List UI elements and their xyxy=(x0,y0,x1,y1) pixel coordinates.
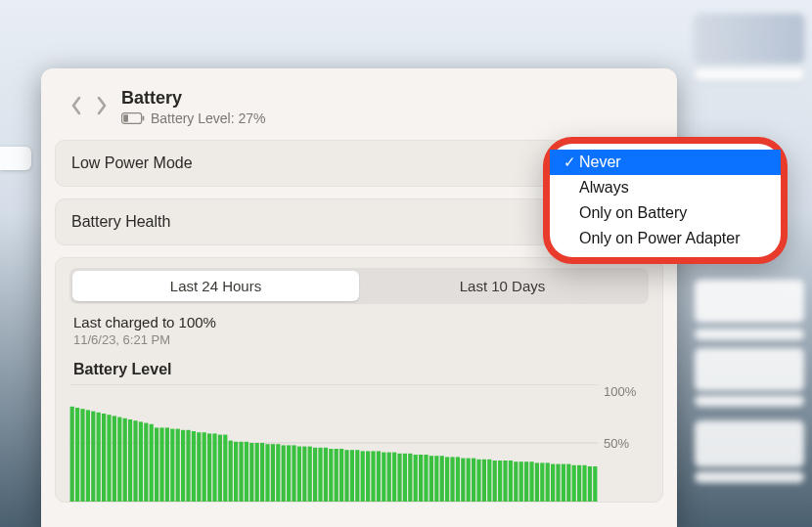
dropdown-option-never[interactable]: ✓ Never xyxy=(550,150,781,175)
svg-rect-40 xyxy=(249,443,253,502)
svg-rect-77 xyxy=(445,457,449,502)
svg-rect-95 xyxy=(540,462,544,502)
svg-rect-69 xyxy=(403,454,407,502)
svg-rect-47 xyxy=(287,445,291,502)
ytick-50: 50% xyxy=(604,436,649,450)
svg-rect-68 xyxy=(397,454,401,502)
svg-rect-37 xyxy=(234,442,238,502)
nav-forward-button[interactable] xyxy=(96,96,108,119)
svg-rect-71 xyxy=(414,455,418,502)
svg-rect-57 xyxy=(339,449,343,502)
nav-back-button[interactable] xyxy=(70,96,82,119)
svg-rect-63 xyxy=(371,451,375,502)
svg-rect-27 xyxy=(181,430,185,502)
blurred-widget xyxy=(695,395,804,407)
svg-rect-79 xyxy=(456,457,460,502)
svg-rect-58 xyxy=(344,450,348,502)
svg-rect-45 xyxy=(276,444,280,502)
svg-rect-35 xyxy=(223,435,227,502)
svg-rect-10 xyxy=(91,412,95,502)
svg-rect-61 xyxy=(361,451,365,502)
blurred-widget xyxy=(695,329,804,340)
svg-rect-82 xyxy=(472,459,475,502)
battery-icon xyxy=(121,112,145,124)
svg-rect-62 xyxy=(366,451,370,502)
svg-rect-13 xyxy=(107,415,111,502)
svg-rect-12 xyxy=(102,414,106,502)
svg-rect-51 xyxy=(308,447,312,502)
svg-rect-93 xyxy=(529,461,533,502)
svg-rect-6 xyxy=(70,407,74,502)
dropdown-label: Only on Battery xyxy=(579,204,687,222)
svg-rect-14 xyxy=(113,416,116,502)
svg-rect-15 xyxy=(117,417,121,502)
svg-rect-91 xyxy=(519,461,523,502)
svg-rect-36 xyxy=(229,441,233,502)
svg-rect-42 xyxy=(260,443,264,502)
svg-rect-65 xyxy=(382,453,385,502)
checkmark-icon: ✓ xyxy=(560,154,579,171)
dropdown-option-only-on-power-adapter[interactable]: Only on Power Adapter xyxy=(550,226,781,251)
low-power-mode-dropdown-menu: ✓ Never Always Only on Battery Only on P… xyxy=(543,137,788,264)
svg-rect-1 xyxy=(143,116,145,121)
svg-rect-44 xyxy=(271,444,275,502)
seg-last-10-days[interactable]: Last 10 Days xyxy=(359,271,646,301)
svg-rect-50 xyxy=(302,447,306,502)
svg-rect-22 xyxy=(155,427,158,502)
blurred-widget xyxy=(695,280,804,323)
svg-rect-8 xyxy=(80,409,84,502)
svg-rect-97 xyxy=(551,464,555,502)
svg-rect-70 xyxy=(408,454,412,502)
page-title: Battery xyxy=(121,88,266,109)
svg-rect-90 xyxy=(514,461,518,502)
svg-rect-11 xyxy=(97,413,101,502)
svg-rect-55 xyxy=(329,449,333,502)
svg-rect-87 xyxy=(498,461,502,502)
dropdown-label: Never xyxy=(579,154,621,171)
svg-rect-89 xyxy=(509,461,513,502)
svg-rect-60 xyxy=(355,450,359,502)
svg-rect-20 xyxy=(144,423,148,502)
svg-rect-17 xyxy=(128,419,132,502)
svg-rect-9 xyxy=(86,410,90,502)
svg-rect-18 xyxy=(133,420,137,502)
svg-rect-32 xyxy=(207,433,211,502)
svg-rect-85 xyxy=(487,460,491,502)
svg-rect-52 xyxy=(313,448,317,502)
time-range-segmented-control: Last 24 Hours Last 10 Days xyxy=(69,268,649,304)
svg-rect-23 xyxy=(159,427,163,502)
svg-rect-24 xyxy=(165,427,169,502)
svg-rect-100 xyxy=(566,464,570,502)
svg-rect-92 xyxy=(524,461,528,502)
svg-rect-96 xyxy=(546,462,550,502)
svg-rect-54 xyxy=(324,448,328,502)
battery-health-label: Battery Health xyxy=(71,213,170,230)
svg-rect-31 xyxy=(203,432,206,502)
dropdown-option-only-on-battery[interactable]: Only on Battery xyxy=(550,200,781,226)
ytick-0 xyxy=(604,488,649,502)
window-header: Battery Battery Level: 27% xyxy=(41,68,677,140)
svg-rect-21 xyxy=(150,424,154,502)
svg-rect-53 xyxy=(318,448,322,502)
chart-title: Battery Level xyxy=(73,361,649,378)
chart-y-axis: 100% 50% xyxy=(604,384,649,502)
last-charged-timestamp: 11/6/23, 6:21 PM xyxy=(73,332,649,347)
svg-rect-48 xyxy=(292,445,295,502)
svg-rect-75 xyxy=(434,456,438,502)
svg-rect-34 xyxy=(218,435,222,502)
svg-rect-88 xyxy=(503,461,507,502)
svg-rect-74 xyxy=(429,456,433,502)
svg-rect-80 xyxy=(461,459,465,502)
partial-sidebar-peek xyxy=(0,147,31,170)
low-power-mode-label: Low Power Mode xyxy=(71,154,193,171)
svg-rect-38 xyxy=(239,442,243,502)
battery-level-chart xyxy=(69,384,598,502)
svg-rect-46 xyxy=(282,445,286,502)
seg-last-24-hours[interactable]: Last 24 Hours xyxy=(72,271,359,301)
dropdown-label: Always xyxy=(579,179,629,197)
svg-rect-19 xyxy=(139,421,143,502)
dropdown-option-always[interactable]: Always xyxy=(550,175,781,200)
svg-rect-39 xyxy=(245,442,248,502)
svg-rect-86 xyxy=(493,461,497,502)
svg-rect-81 xyxy=(467,459,471,502)
